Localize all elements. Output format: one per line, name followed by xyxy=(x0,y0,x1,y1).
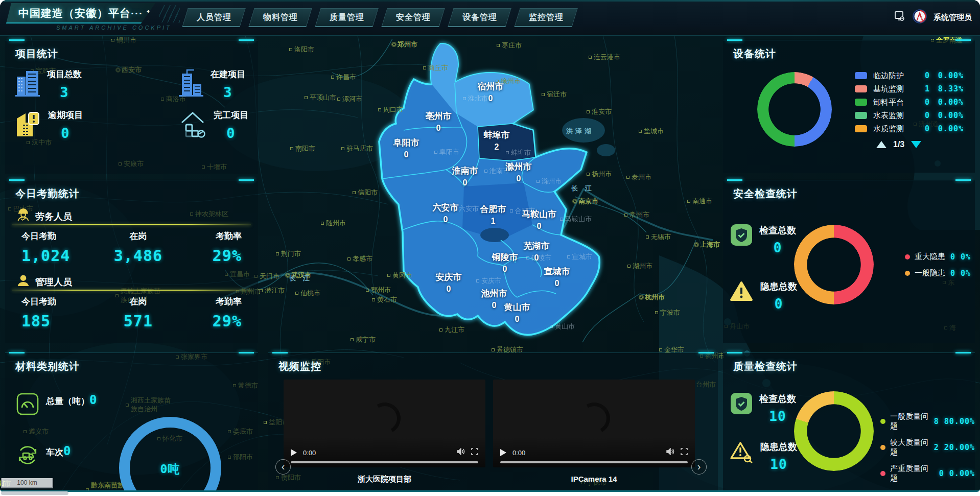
panel-attendance: 今日考勤统计 劳务人员 今日考勤1,024 在岗3,486 考勤率29% 管理人… xyxy=(5,180,258,343)
sort-arrows-icon[interactable]: ⇅ xyxy=(146,9,153,18)
anhui-province[interactable] xyxy=(379,44,599,335)
header-bar: 中国建造（安徽）平台··· ⇅ SMART ARCHIVE COCKPIT 人员… xyxy=(0,0,980,36)
building-icon xyxy=(15,68,40,100)
loading-spinner-icon xyxy=(575,399,614,438)
company-logo-icon[interactable] xyxy=(913,9,927,26)
smart-cockpit-page: 中国建造（安徽）平台··· ⇅ SMART ARCHIVE COCKPIT 人员… xyxy=(0,0,980,496)
divider-yellow xyxy=(12,224,251,225)
panel-safety-stats: 安全检查统计 检查总数0 隐患总数0 隐患总数 0 重大隐患00% 一般隐患00… xyxy=(723,180,975,343)
stat-rate: 考勤率29% xyxy=(171,230,242,265)
worker-stats-row: 今日考勤1,024 在岗3,486 考勤率29% xyxy=(5,230,258,265)
panel-material: 材料类别统计 总量（吨）0 车次0 0吨 xyxy=(5,352,258,491)
fullscreen-icon[interactable] xyxy=(681,448,688,457)
panel-project-stats: 项目统计 项目总数3 在建项目3 逾期项目0 完工项目0 xyxy=(5,40,258,174)
shield-check-icon xyxy=(731,224,752,255)
panel-title: 设备统计 xyxy=(733,47,776,61)
stat-material-total: 总量（吨）0 xyxy=(16,393,97,417)
volume-icon[interactable] xyxy=(666,448,674,457)
user-name[interactable]: 系统管理员 xyxy=(934,13,972,22)
donut-center-value: 0吨 xyxy=(130,461,211,477)
legend-row: 水质监测00.00% xyxy=(855,122,964,135)
legend-row: 严重质量问题00.00% xyxy=(880,464,975,483)
device-pager: 1/3 xyxy=(876,140,921,149)
warning-triangle-icon xyxy=(730,280,753,312)
stat-inspect-total: 检查总数0 xyxy=(731,224,796,255)
loading-spinner-icon xyxy=(365,399,404,438)
horizontal-scrollbar-thumb[interactable] xyxy=(1,491,68,495)
tab-monitor[interactable]: 监控管理 xyxy=(514,8,577,27)
stat-project-inprogress: 在建项目3 xyxy=(179,68,245,100)
user-area: 系统管理员 xyxy=(894,9,972,26)
building-alert-icon xyxy=(15,109,41,141)
video-player-2[interactable]: 0:00 xyxy=(493,380,695,467)
stat-hazard-total: 隐患总数0 xyxy=(730,280,797,312)
stat-project-overdue: 逾期项目0 xyxy=(15,109,83,141)
stat-hazard-total: 隐患总数10 xyxy=(730,441,797,472)
stat-project-total: 项目总数3 xyxy=(15,68,82,100)
tab-material[interactable]: 物料管理 xyxy=(248,8,312,27)
panel-title: 今日考勤统计 xyxy=(15,187,80,201)
tab-device[interactable]: 设备管理 xyxy=(448,8,511,27)
video-controls: 0:00 xyxy=(284,448,485,457)
video-time: 0:00 xyxy=(512,449,525,457)
video-caption-1: 浙大医院项目部 xyxy=(284,475,485,484)
platform-title: 中国建造（安徽）平台··· xyxy=(18,6,143,20)
donut-center-value: 12 xyxy=(757,95,832,109)
video-player-1[interactable]: 0:00 xyxy=(284,380,485,467)
quality-legend: 一般质量问题880.00% 较大质量问题220.00% 严重质量问题00.00% xyxy=(880,412,975,483)
stat-value: 0 xyxy=(226,125,235,141)
manager-stats-row: 今日考勤185 在岗571 考勤率29% xyxy=(5,296,258,330)
fullscreen-icon[interactable] xyxy=(471,448,478,457)
panel-title: 质量检查统计 xyxy=(733,360,798,373)
stat-truck-count: 车次0 xyxy=(16,444,71,468)
donut-center-value: 0 xyxy=(794,266,874,278)
panel-title: 安全检查统计 xyxy=(733,187,798,201)
warning-search-icon xyxy=(730,441,753,472)
video-controls: 0:00 xyxy=(493,448,695,457)
play-button[interactable] xyxy=(291,449,297,456)
donut-center-label: 设备总数 xyxy=(757,112,832,121)
worker-helmet-icon xyxy=(16,208,30,224)
carousel-next-button[interactable]: › xyxy=(691,459,707,475)
stat-value: 3 xyxy=(60,84,68,100)
stat-onduty: 在岗3,486 xyxy=(105,230,171,265)
legend-row: 重大隐患00% xyxy=(905,252,971,262)
video-progress-bar[interactable] xyxy=(291,461,478,463)
legend-row: 一般质量问题880.00% xyxy=(880,412,975,431)
device-donut-chart: 12 设备总数 xyxy=(757,72,832,147)
legend-row: 基坑监测18.33% xyxy=(855,82,964,96)
play-button[interactable] xyxy=(500,449,506,456)
house-check-icon xyxy=(179,109,206,141)
stat-today: 今日考勤185 xyxy=(21,296,105,330)
page-down-icon[interactable] xyxy=(911,141,921,148)
stat-value: 3 xyxy=(223,84,232,100)
volume-icon[interactable] xyxy=(457,448,465,457)
legend-row: 临边防护00.00% xyxy=(855,69,964,82)
page-up-icon[interactable] xyxy=(876,141,886,148)
map-scale-bar: 100 km xyxy=(1,478,53,488)
donut-center-value: 10 xyxy=(794,432,874,445)
manager-icon xyxy=(16,274,30,290)
dashboard: 中国建造（安徽）平台··· ⇅ SMART ARCHIVE COCKPIT 人员… xyxy=(0,0,980,492)
video-time: 0:00 xyxy=(303,449,316,457)
video-caption-2: IPCamera 14 xyxy=(493,475,695,483)
panel-title: 视频监控 xyxy=(278,360,321,373)
screen-settings-icon[interactable] xyxy=(894,10,906,25)
legend-row: 水表监测00.00% xyxy=(855,109,964,122)
safety-legend: 重大隐患00% 一般隐患00% xyxy=(905,252,971,278)
carousel-prev-button[interactable]: ‹ xyxy=(275,459,291,475)
material-donut-chart: 0吨 xyxy=(119,417,221,492)
tab-personnel[interactable]: 人员管理 xyxy=(182,8,245,27)
video-progress-bar[interactable] xyxy=(500,461,688,463)
map-canvas: 铜川市宝鸡市西安市商洛市汉中市安康市十堰市巴中市神农架林区宜昌市荆州市潜江市天门… xyxy=(0,36,980,492)
building-crane-icon xyxy=(179,68,203,100)
tab-quality[interactable]: 质量管理 xyxy=(315,8,378,27)
quality-donut-chart: 隐患总数 10 xyxy=(794,391,874,471)
stat-today: 今日考勤1,024 xyxy=(21,230,105,265)
tab-safety[interactable]: 安全管理 xyxy=(381,8,445,27)
truck-cycle-icon xyxy=(16,444,39,468)
group-workers: 劳务人员 xyxy=(16,208,72,224)
panel-device-stats: 设备统计 12 设备总数 临边防护00.00% 基坑监测18.33% 卸料平台0… xyxy=(723,40,975,173)
stat-onduty: 在岗571 xyxy=(105,296,171,330)
shield-check-icon xyxy=(731,393,752,424)
